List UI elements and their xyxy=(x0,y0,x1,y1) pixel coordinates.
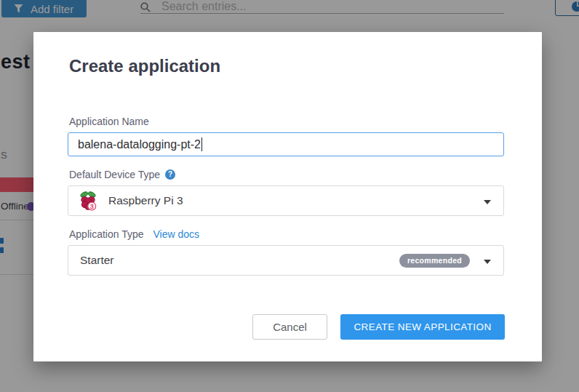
device-type-label-row: Default Device Type ? xyxy=(69,169,175,180)
device-type-select[interactable]: 3 Raspberry Pi 3 xyxy=(68,185,504,216)
caret-down-icon xyxy=(484,260,491,264)
raspberry-pi-icon: 3 xyxy=(78,191,98,211)
modal-title: Create application xyxy=(69,56,220,76)
device-type-label: Default Device Type xyxy=(69,169,160,180)
svg-text:3: 3 xyxy=(90,202,94,210)
application-name-input[interactable]: balena-datalogging-pt-2 xyxy=(68,132,504,156)
application-type-select[interactable]: Starter recommended xyxy=(68,245,504,276)
application-name-label: Application Name xyxy=(69,116,149,127)
view-docs-link[interactable]: View docs xyxy=(153,228,199,240)
application-type-label-row: Application Type View docs xyxy=(69,228,199,240)
device-type-value: Raspberry Pi 3 xyxy=(108,194,183,207)
text-cursor xyxy=(201,137,202,151)
help-icon[interactable]: ? xyxy=(165,169,175,180)
caret-down-icon xyxy=(484,200,491,204)
application-type-value: Starter xyxy=(80,254,114,267)
create-application-modal: Create application Application Name bale… xyxy=(33,32,542,361)
application-name-value: balena-datalogging-pt-2 xyxy=(78,138,201,151)
recommended-badge: recommended xyxy=(399,254,470,268)
application-type-label: Application Type xyxy=(69,228,143,240)
create-new-application-button[interactable]: CREATE NEW APPLICATION xyxy=(340,314,505,340)
cancel-button[interactable]: Cancel xyxy=(252,314,327,340)
